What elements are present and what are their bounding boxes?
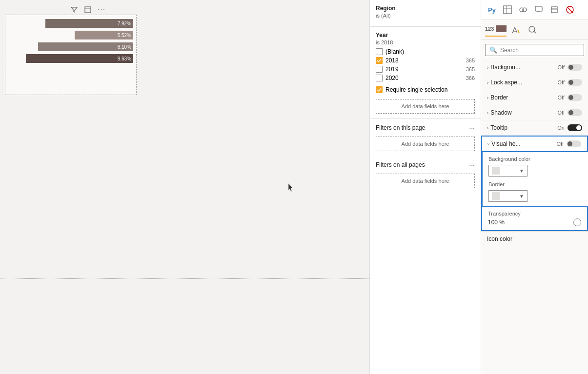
- add-data-all-button[interactable]: Add data fields here: [376, 174, 475, 188]
- year-filter-section: Year is 2018 (Blank) 2018 365 2019: [370, 27, 481, 119]
- require-single-row[interactable]: Require single selection: [376, 83, 475, 96]
- filters-all-section: Filters on all pages ··· Add data fields…: [370, 156, 481, 193]
- svg-line-16: [534, 31, 536, 33]
- chain-icon[interactable]: [516, 3, 530, 17]
- bg-color-swatch: [492, 167, 500, 175]
- year-label: Year: [376, 32, 475, 39]
- tooltip-toggle[interactable]: [568, 124, 582, 131]
- shadow-toggle-label: Off: [558, 110, 565, 116]
- bg-color-label: Background color: [488, 156, 582, 162]
- filters-page-more[interactable]: ···: [469, 124, 475, 132]
- bar-row: 8.10%: [8, 42, 133, 51]
- svg-line-14: [518, 30, 519, 33]
- table-icon[interactable]: [501, 3, 514, 17]
- svg-point-6: [523, 8, 527, 12]
- svg-rect-2: [504, 6, 511, 14]
- num-icon-group[interactable]: 123: [485, 23, 507, 37]
- bar-value-1: 7.92%: [118, 21, 131, 26]
- icon-color-section: Icon color: [481, 231, 588, 246]
- filters-page-label: Filters on this page: [376, 124, 425, 131]
- visual-header-label: Visual he...: [491, 140, 520, 147]
- bg-color-dropdown[interactable]: ▼: [488, 165, 527, 177]
- border-dropdown[interactable]: ▼: [488, 190, 527, 202]
- magnify-icon[interactable]: [525, 23, 540, 37]
- bar-value-2: 5.52%: [118, 33, 131, 38]
- checkbox-2019[interactable]: [376, 66, 383, 73]
- filter-item-2018[interactable]: 2018 365: [376, 57, 475, 64]
- visual-header-property[interactable]: › Visual he... Off: [481, 136, 588, 152]
- bar-value-4: 9.63%: [118, 56, 131, 61]
- chart-container: 7.92% 5.52% 8.10% 9.63%: [5, 15, 137, 95]
- border-toggle[interactable]: [568, 94, 582, 101]
- tooltip-toggle-label: On: [557, 125, 565, 131]
- filter-label-2020: 2020: [385, 75, 399, 81]
- svg-line-12: [567, 7, 573, 13]
- region-filter-section: Region is (All): [370, 0, 481, 27]
- canvas-divider: [0, 278, 369, 279]
- border-label: Border: [490, 94, 508, 101]
- border-toggle-label: Off: [558, 95, 565, 100]
- filter-item-blank[interactable]: (Blank): [376, 48, 475, 55]
- shadow-toggle[interactable]: [568, 109, 582, 116]
- visual-header-sub-props: Background color ▼ Border ▼: [481, 152, 588, 206]
- add-data-page-button[interactable]: Add data fields here: [376, 137, 475, 151]
- border-swatch: [492, 192, 500, 200]
- background-toggle-label: Off: [558, 64, 565, 70]
- filters-all-header: Filters on all pages ···: [370, 156, 481, 171]
- background-toggle[interactable]: [568, 64, 582, 71]
- more-icon[interactable]: ···: [96, 4, 107, 16]
- border-sub-label: Border: [488, 181, 582, 187]
- filters-page-section: Filters on this page ··· Add data fields…: [370, 119, 481, 156]
- require-checkbox[interactable]: [376, 86, 383, 93]
- icon-color-label: Icon color: [487, 236, 512, 242]
- filter-label-blank: (Blank): [385, 48, 404, 55]
- region-value: is (All): [376, 13, 475, 19]
- checkbox-2020[interactable]: [376, 75, 383, 81]
- svg-rect-0: [85, 7, 91, 13]
- chat-icon[interactable]: [532, 3, 546, 17]
- filter-item-2020[interactable]: 2020 366: [376, 75, 475, 81]
- tooltip-property[interactable]: › Tooltip On: [481, 120, 588, 136]
- search-box[interactable]: 🔍: [485, 44, 584, 56]
- lock-toggle[interactable]: [568, 79, 582, 86]
- circle-icon[interactable]: [563, 3, 577, 17]
- border-arrow: ▼: [519, 194, 524, 199]
- paint-icon[interactable]: [508, 23, 523, 37]
- shadow-property[interactable]: › Shadow Off: [481, 105, 588, 120]
- chevron-border: ›: [487, 95, 488, 100]
- py-icon[interactable]: Py: [485, 3, 499, 17]
- cursor: [288, 183, 294, 191]
- filter-item-2019[interactable]: 2019 365: [376, 66, 475, 73]
- background-property[interactable]: › Backgrou... Off: [481, 60, 588, 75]
- transparency-handle[interactable]: [573, 218, 581, 226]
- svg-rect-7: [535, 6, 542, 11]
- canvas-area: ··· 7.92% 5.52% 8.10% 9.63%: [0, 0, 369, 374]
- chevron-background: ›: [487, 65, 488, 70]
- filters-all-label: Filters on all pages: [376, 161, 425, 168]
- filters-all-more[interactable]: ···: [469, 161, 475, 169]
- chevron-visual-header: ›: [486, 143, 491, 144]
- frame-icon[interactable]: [82, 4, 94, 16]
- bg-color-arrow: ▼: [519, 168, 524, 174]
- chevron-lock: ›: [487, 80, 488, 85]
- filter-count-2018: 365: [466, 58, 475, 63]
- shadow-label: Shadow: [490, 109, 511, 116]
- filter-count-2020: 366: [466, 75, 475, 81]
- chevron-shadow: ›: [487, 110, 488, 116]
- chevron-tooltip: ›: [487, 125, 488, 131]
- toolbar-icons: ···: [68, 4, 107, 16]
- checkbox-2018[interactable]: [376, 57, 383, 64]
- search-input[interactable]: [500, 47, 580, 54]
- lock-aspect-property[interactable]: › Lock aspe... Off: [481, 75, 588, 90]
- filter-icon[interactable]: [68, 4, 80, 16]
- border-property[interactable]: › Border Off: [481, 90, 588, 105]
- filters-panel: Region is (All) Year is 2018 (Blank) 201…: [369, 0, 481, 374]
- add-data-year-button[interactable]: Add data fields here: [376, 99, 475, 114]
- filter-count-2019: 365: [466, 66, 475, 72]
- tooltip-label: Tooltip: [490, 124, 507, 131]
- year-value: is 2018: [376, 39, 475, 45]
- bar-row: 9.63%: [8, 54, 133, 63]
- flag-icon[interactable]: [547, 3, 561, 17]
- visual-header-toggle[interactable]: [567, 140, 581, 147]
- checkbox-blank[interactable]: [376, 48, 383, 55]
